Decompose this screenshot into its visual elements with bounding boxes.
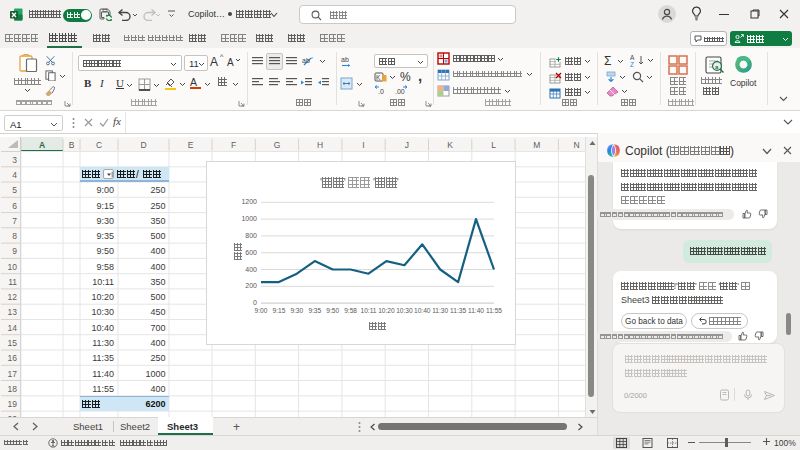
svg-text:Z: Z xyxy=(630,61,634,67)
svg-text:ab: ab xyxy=(302,57,310,64)
svg-text:ab: ab xyxy=(341,56,349,63)
svg-text:A: A xyxy=(630,54,635,61)
svg-text:.00: .00 xyxy=(395,88,405,95)
svg-text:.0: .0 xyxy=(378,88,384,95)
svg-text:K: K xyxy=(376,74,381,81)
